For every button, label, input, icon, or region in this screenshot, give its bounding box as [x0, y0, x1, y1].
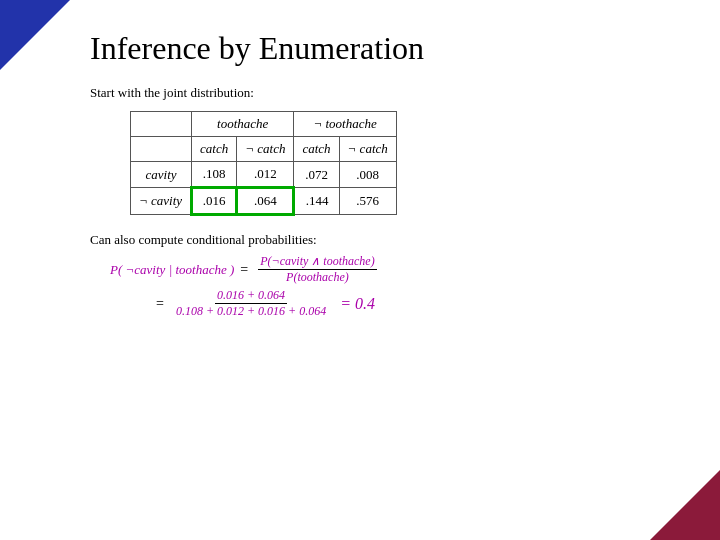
- catch-h2: catch: [294, 137, 339, 162]
- frac2-numerator: 0.016 + 0.064: [215, 288, 287, 304]
- not-catch-h1: ¬ catch: [237, 137, 294, 162]
- not-cavity-v4: .576: [339, 188, 396, 215]
- not-cavity-row: ¬ cavity .016 .064 .144 .576: [131, 188, 397, 215]
- not-sign-1: ¬: [126, 262, 135, 278]
- cavity-v2: .012: [237, 162, 294, 188]
- catch-h1: catch: [192, 137, 237, 162]
- cavity-v1: .108: [192, 162, 237, 188]
- not-cavity-v3: .144: [294, 188, 339, 215]
- toothache-header: toothache: [192, 112, 294, 137]
- formula-line-2: = 0.016 + 0.064 0.108 + 0.012 + 0.016 + …: [150, 288, 690, 319]
- intro-text: Start with the joint distribution:: [90, 85, 690, 101]
- not-cavity-v1: .016: [192, 188, 237, 215]
- cavity-v3: .072: [294, 162, 339, 188]
- frac1-numerator: P(¬cavity ∧ toothache): [258, 254, 376, 270]
- not-cavity-label: ¬ cavity: [131, 188, 192, 215]
- frac1-denominator: P(toothache): [284, 270, 351, 285]
- formula-eq1: =: [240, 262, 248, 278]
- frac2-denominator: 0.108 + 0.012 + 0.016 + 0.064: [174, 304, 328, 319]
- not-catch-h2: ¬ catch: [339, 137, 396, 162]
- cavity-v4: .008: [339, 162, 396, 188]
- corner-blue-triangle: [0, 0, 70, 70]
- empty-cell-2: [131, 137, 192, 162]
- joint-distribution-table: toothache ¬ toothache catch ¬ catch catc…: [130, 111, 397, 216]
- formula-result: = 0.4: [340, 295, 375, 313]
- formula-eq2: =: [156, 296, 164, 312]
- formula-frac-1: P(¬cavity ∧ toothache) P(toothache): [258, 254, 376, 285]
- formula-frac-2: 0.016 + 0.064 0.108 + 0.012 + 0.016 + 0.…: [174, 288, 328, 319]
- cavity-row: cavity .108 .012 .072 .008: [131, 162, 397, 188]
- page-title: Inference by Enumeration: [90, 30, 690, 67]
- not-toothache-header: ¬ toothache: [294, 112, 396, 137]
- header-row-1: toothache ¬ toothache: [131, 112, 397, 137]
- cavity-label: cavity: [131, 162, 192, 188]
- empty-cell-1: [131, 112, 192, 137]
- header-row-2: catch ¬ catch catch ¬ catch: [131, 137, 397, 162]
- main-content: Inference by Enumeration Start with the …: [90, 30, 690, 510]
- not-cavity-v2: .064: [237, 188, 294, 215]
- formula-line-1: P( ¬cavity | toothache ) = P(¬cavity ∧ t…: [110, 254, 690, 285]
- formula-intro: Can also compute conditional probabiliti…: [90, 232, 690, 248]
- formula-lhs: P( ¬cavity | toothache ): [110, 262, 234, 278]
- probability-table-wrapper: toothache ¬ toothache catch ¬ catch catc…: [130, 111, 690, 216]
